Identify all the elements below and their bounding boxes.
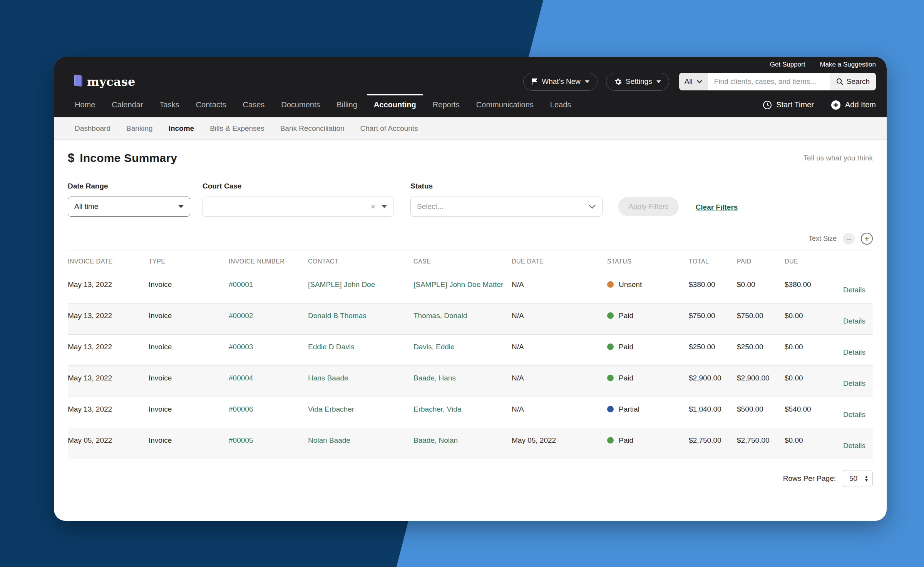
search-scope-value: All [685,77,693,86]
nav-item-tasks[interactable]: Tasks [160,94,179,116]
nav-item-contacts[interactable]: Contacts [196,94,226,116]
dollar-icon: $ [68,151,74,165]
subnav-item-dashboard[interactable]: Dashboard [75,124,110,133]
rows-per-page-label: Rows Per Page: [783,474,836,483]
contact-link[interactable]: Vida Erbacher [308,397,413,428]
subnav-item-bills-expenses[interactable]: Bills & Expenses [210,124,264,133]
invoice-number-link[interactable]: #00002 [229,304,308,334]
status-dot [607,375,614,381]
nav-item-cases[interactable]: Cases [243,94,265,116]
caret-down-icon [178,205,184,208]
cell-due: $0.00 [785,366,843,397]
nav-actions: Start Timer Add Item [763,100,876,110]
add-item-button[interactable]: Add Item [831,100,876,110]
cell-invoice-date: May 05, 2022 [68,428,149,459]
page-title-text: Income Summary [80,152,177,165]
cell-type: Invoice [149,366,229,397]
mycase-app-window: Get Support Make a Suggestion mycase [54,57,887,521]
cell-type: Invoice [149,397,229,428]
date-range-label: Date Range [68,182,203,190]
contact-link[interactable]: Donald B Thomas [308,304,413,334]
apply-filters-button[interactable]: Apply Filters [618,197,679,216]
details-link[interactable]: Details [843,272,873,303]
cell-due: $0.00 [785,335,843,365]
table-row: May 13, 2022 Invoice #00006 Vida Erbache… [68,397,873,428]
details-link[interactable]: Details [843,428,873,459]
table-row: May 05, 2022 Invoice #00005 Nolan Baade … [68,428,873,459]
court-case-combobox[interactable]: × [203,197,393,217]
date-range-select[interactable]: All time [68,197,190,217]
whats-new-button[interactable]: What's New [523,73,598,91]
contact-link[interactable]: Hans Baade [308,366,413,397]
cell-paid: $2,900.00 [737,366,785,397]
case-link[interactable]: Baade, Nolan [413,428,512,459]
contact-link[interactable]: Nolan Baade [308,428,413,459]
invoice-number-link[interactable]: #00005 [229,428,308,459]
status-placeholder: Select... [417,202,444,211]
status-select[interactable]: Select... [410,197,603,217]
nav-item-documents[interactable]: Documents [281,94,320,116]
nav-item-accounting[interactable]: Accounting [374,94,416,116]
cell-total: $250.00 [689,335,737,365]
table-row: May 13, 2022 Invoice #00002 Donald B Tho… [68,304,873,335]
cell-total: $1,040.00 [689,397,737,428]
contact-link[interactable]: [SAMPLE] John Doe [308,272,413,303]
invoice-number-link[interactable]: #00001 [229,272,308,303]
cell-total: $2,900.00 [689,366,737,397]
nav-item-calendar[interactable]: Calendar [112,94,143,116]
gear-icon [614,78,622,86]
header-main-row: mycase What's New Settings All [54,69,887,94]
details-link[interactable]: Details [843,335,873,365]
utility-links: Get Support Make a Suggestion [54,57,887,68]
search-input[interactable] [708,73,830,90]
clear-selection-icon[interactable]: × [371,202,375,211]
cell-type: Invoice [149,335,229,365]
cell-due-date: N/A [512,304,607,334]
search-scope-dropdown[interactable]: All [679,73,708,90]
rows-per-page-select[interactable]: 50 ▲▼ [843,470,873,487]
nav-item-reports[interactable]: Reports [433,94,460,116]
clear-filters-link[interactable]: Clear Filters [696,203,738,212]
income-summary-page: $ Income Summary Tell us what you think … [54,151,887,487]
column-header-invoice-date: INVOICE DATE [68,250,149,272]
subnav-item-chart-of-accounts[interactable]: Chart of Accounts [360,124,418,133]
subnav-item-income[interactable]: Income [169,124,194,133]
subnav-item-banking[interactable]: Banking [126,124,153,133]
nav-item-leads[interactable]: Leads [550,94,571,116]
nav-item-billing[interactable]: Billing [336,94,357,116]
invoice-number-link[interactable]: #00004 [229,366,308,397]
text-size-decrease-button[interactable]: – [843,233,855,245]
details-link[interactable]: Details [843,397,873,428]
case-link[interactable]: Thomas, Donald [413,304,512,334]
start-timer-button[interactable]: Start Timer [763,100,814,110]
status-text: Partial [619,405,639,414]
settings-button[interactable]: Settings [606,73,669,91]
case-link[interactable]: Erbacher, Vida [413,397,512,428]
cell-paid: $250.00 [737,335,785,365]
case-link[interactable]: Baade, Hans [413,366,512,397]
column-header-status: STATUS [607,250,689,272]
invoice-number-link[interactable]: #00006 [229,397,308,428]
text-size-label: Text Size [808,235,837,243]
search-button-label: Search [847,77,870,86]
nav-item-home[interactable]: Home [75,94,95,116]
nav-item-communications[interactable]: Communications [476,94,534,116]
case-link[interactable]: Davis, Eddie [413,335,512,365]
details-link[interactable]: Details [843,304,873,334]
rows-per-page-value: 50 [849,474,857,483]
subnav-item-bank-reconciliation[interactable]: Bank Reconciliation [280,124,345,133]
details-link[interactable]: Details [843,366,873,397]
make-suggestion-link[interactable]: Make a Suggestion [820,61,876,68]
search-button[interactable]: Search [830,73,876,90]
clock-icon [763,100,772,110]
contact-link[interactable]: Eddie D Davis [308,335,413,365]
whats-new-label: What's New [542,77,581,86]
text-size-increase-button[interactable]: + [861,233,873,245]
invoice-number-link[interactable]: #00003 [229,335,308,365]
feedback-link[interactable]: Tell us what you think [803,154,873,162]
date-range-value: All time [74,202,98,211]
get-support-link[interactable]: Get Support [770,61,805,68]
case-link[interactable]: [SAMPLE] John Doe Matter [413,272,512,303]
mycase-logo[interactable]: mycase [72,74,136,89]
status-label: Status [410,182,618,190]
